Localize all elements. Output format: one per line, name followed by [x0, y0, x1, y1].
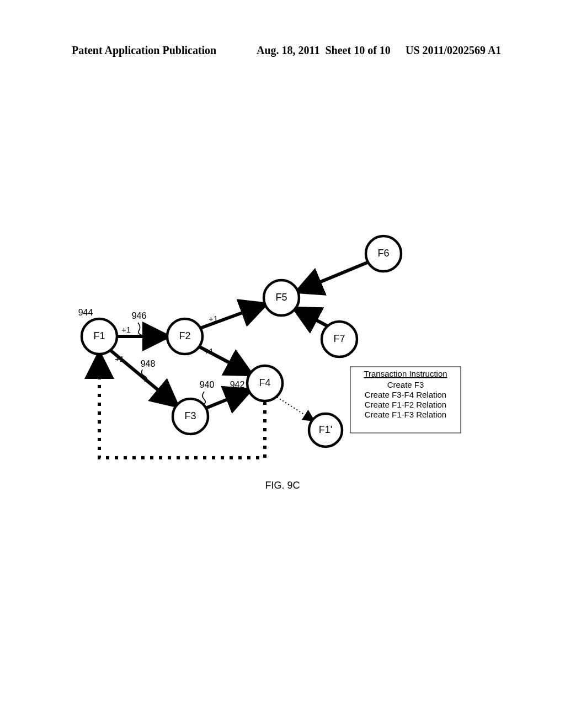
plus-f2f4: +1 [204, 346, 214, 356]
label-f1: F1 [93, 330, 105, 341]
figure-9c: F1 F2 F5 F6 F7 F4 F3 F1' +1 +1 +1 +1 944… [77, 232, 486, 474]
ref-940: 940 [200, 380, 215, 389]
plus-f1f3: +1 [115, 354, 124, 363]
edge-f3-f4 [206, 390, 249, 408]
plus-f1f2: +1 [121, 325, 131, 334]
ref-944: 944 [78, 308, 93, 317]
header-pubno: US 2011/0202569 A1 [406, 44, 501, 57]
ref-948: 948 [141, 359, 156, 368]
label-f2: F2 [179, 330, 190, 341]
transaction-l1: Create F3 [387, 380, 424, 389]
transaction-title: Transaction Instruction [364, 369, 447, 378]
label-f7: F7 [333, 333, 345, 344]
plus-f2f5: +1 [209, 314, 218, 323]
transaction-l2: Create F3-F4 Relation [365, 390, 446, 399]
transaction-l4: Create F1-F3 Relation [365, 410, 446, 419]
label-f5: F5 [275, 292, 287, 303]
label-f3: F3 [184, 410, 196, 421]
transaction-l3: Create F1-F2 Relation [365, 400, 446, 409]
edge-f7-f5 [295, 309, 328, 326]
edge-f4-f1p [277, 397, 313, 420]
label-f6: F6 [377, 248, 389, 259]
figure-caption: FIG. 9C [0, 480, 565, 491]
label-f1p: F1' [319, 424, 332, 435]
header-date-sheet: Aug. 18, 2011 Sheet 10 of 10 [257, 44, 391, 57]
ref-946: 946 [132, 311, 147, 320]
edge-f6-f5 [298, 262, 369, 291]
leader-946 [138, 323, 142, 335]
label-f4: F4 [259, 377, 270, 388]
page: Patent Application Publication Aug. 18, … [0, 0, 565, 728]
ref-942: 942 [230, 380, 245, 389]
diagram-svg: F1 F2 F5 F6 F7 F4 F3 F1' +1 +1 +1 +1 944… [77, 232, 486, 474]
header-publication: Patent Application Publication [72, 44, 216, 57]
